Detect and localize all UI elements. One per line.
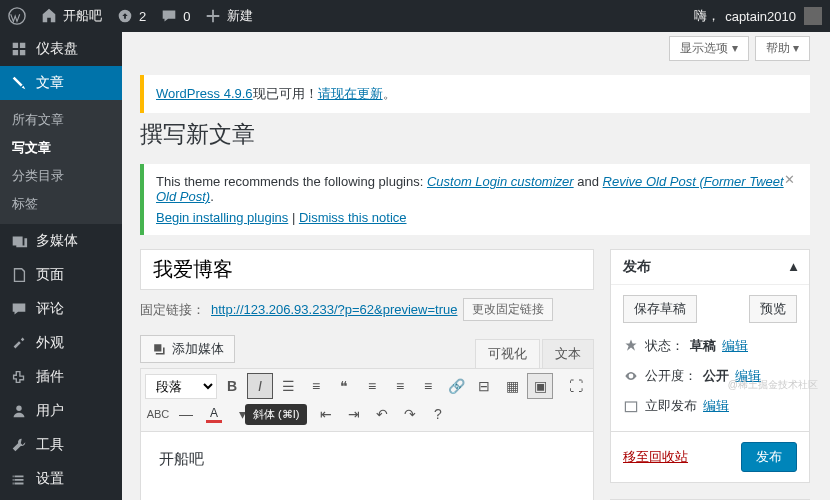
plugin-notice: This theme recommends the following plug… (140, 164, 810, 235)
main-content: 显示选项 ▾ 帮助 ▾ WordPress 4.9.6现已可用！请现在更新。 撰… (122, 32, 830, 500)
add-media-btn[interactable]: 添加媒体 (140, 335, 235, 363)
permalink-row: 固定链接： http://123.206.93.233/?p=62&previe… (140, 290, 594, 329)
edit-status-link[interactable]: 编辑 (722, 337, 748, 355)
wp-logo[interactable] (8, 7, 26, 25)
italic-btn[interactable]: I (247, 373, 273, 399)
sub-new-post[interactable]: 写文章 (0, 134, 122, 162)
ul-btn[interactable]: ☰ (275, 373, 301, 399)
plugin-link-1[interactable]: Custom Login customizer (427, 174, 574, 189)
editor-toolbar: 段落 B I ☰ ≡ ❝ ≡ ≡ ≡ 🔗 ⊟ ▦ ▣ ⛶ (140, 368, 594, 432)
menu-settings[interactable]: 设置 (0, 462, 122, 496)
menu-media[interactable]: 多媒体 (0, 224, 122, 258)
menu-appearance[interactable]: 外观 (0, 326, 122, 360)
submenu-posts: 所有文章 写文章 分类目录 标签 (0, 100, 122, 224)
undo-btn[interactable]: ↶ (369, 401, 395, 427)
indent-btn[interactable]: ⇥ (341, 401, 367, 427)
outdent-btn[interactable]: ⇤ (313, 401, 339, 427)
align-right-btn[interactable]: ≡ (415, 373, 441, 399)
calendar-icon (623, 398, 639, 414)
quote-btn[interactable]: ❝ (331, 373, 357, 399)
site-link[interactable]: 开船吧 (40, 7, 102, 25)
editor-body[interactable]: 开船吧 (140, 432, 594, 500)
edit-schedule-link[interactable]: 编辑 (703, 397, 729, 415)
page-title: 撰写新文章 (140, 119, 810, 150)
menu-posts[interactable]: 文章 (0, 66, 122, 100)
toolbar-toggle-btn[interactable]: ▦ (499, 373, 525, 399)
new-content[interactable]: 新建 (204, 7, 253, 25)
strike-btn[interactable]: ABC (145, 401, 171, 427)
begin-install-link[interactable]: Begin installing plugins (156, 210, 288, 225)
menu-comments[interactable]: 评论 (0, 292, 122, 326)
align-left-btn[interactable]: ≡ (359, 373, 385, 399)
sub-tags[interactable]: 标签 (0, 190, 122, 218)
watermark: @稀土掘金技术社区 (728, 378, 818, 392)
hr-btn[interactable]: — (173, 401, 199, 427)
comments-link[interactable]: 0 (160, 7, 190, 25)
sub-categories[interactable]: 分类目录 (0, 162, 122, 190)
pin-icon (623, 338, 639, 354)
tooltip: 斜体 (⌘I) (245, 404, 307, 425)
edit-permalink-btn[interactable]: 更改固定链接 (463, 298, 553, 321)
visibility-icon (623, 368, 639, 384)
svg-point-1 (16, 406, 21, 411)
text-color-btn[interactable]: A (201, 401, 227, 427)
dismiss-notice-link[interactable]: Dismiss this notice (299, 210, 407, 225)
kitchen-sink-btn[interactable]: ▣ (527, 373, 553, 399)
publish-heading[interactable]: 发布▴ (611, 250, 809, 285)
sub-all-posts[interactable]: 所有文章 (0, 106, 122, 134)
menu-collapse[interactable]: 收起菜单 (0, 496, 122, 500)
trash-link[interactable]: 移至回收站 (623, 448, 688, 466)
post-title-input[interactable] (140, 249, 594, 290)
updates-link[interactable]: 2 (116, 7, 146, 25)
redo-btn[interactable]: ↷ (397, 401, 423, 427)
ol-btn[interactable]: ≡ (303, 373, 329, 399)
more-btn[interactable]: ⊟ (471, 373, 497, 399)
avatar[interactable] (804, 7, 822, 25)
dismiss-icon[interactable]: ✕ (784, 172, 802, 190)
fullscreen-btn[interactable]: ⛶ (563, 373, 589, 399)
menu-pages[interactable]: 页面 (0, 258, 122, 292)
tab-visual[interactable]: 可视化 (475, 339, 540, 368)
update-nag: WordPress 4.9.6现已可用！请现在更新。 (140, 75, 810, 113)
tab-text[interactable]: 文本 (542, 339, 594, 368)
update-now-link[interactable]: 请现在更新 (318, 86, 383, 101)
help-btn[interactable]: 帮助 ▾ (755, 36, 810, 61)
user-greeting[interactable]: 嗨，captain2010 (694, 7, 796, 25)
permalink-url[interactable]: http://123.206.93.233/?p=62&preview=true (211, 302, 457, 317)
preview-btn[interactable]: 预览 (749, 295, 797, 323)
bold-btn[interactable]: B (219, 373, 245, 399)
align-center-btn[interactable]: ≡ (387, 373, 413, 399)
help-icon[interactable]: ? (425, 401, 451, 427)
wp-version-link[interactable]: WordPress 4.9.6 (156, 86, 253, 101)
link-btn[interactable]: 🔗 (443, 373, 469, 399)
save-draft-btn[interactable]: 保存草稿 (623, 295, 697, 323)
toggle-icon: ▴ (790, 258, 797, 276)
menu-dashboard[interactable]: 仪表盘 (0, 32, 122, 66)
screen-options-btn[interactable]: 显示选项 ▾ (669, 36, 748, 61)
menu-plugins[interactable]: 插件 (0, 360, 122, 394)
format-select[interactable]: 段落 (145, 374, 217, 399)
publish-btn[interactable]: 发布 (741, 442, 797, 472)
admin-bar: 开船吧 2 0 新建 嗨，captain2010 (0, 0, 830, 32)
admin-sidebar: 仪表盘 文章 所有文章 写文章 分类目录 标签 多媒体 页面 评论 外观 插件 … (0, 32, 122, 500)
publish-box: 发布▴ 保存草稿 预览 状态：草稿编辑 公开度：公开编辑 立即发布编辑 移至回收… (610, 249, 810, 483)
menu-tools[interactable]: 工具 (0, 428, 122, 462)
svg-rect-3 (625, 402, 636, 412)
menu-users[interactable]: 用户 (0, 394, 122, 428)
